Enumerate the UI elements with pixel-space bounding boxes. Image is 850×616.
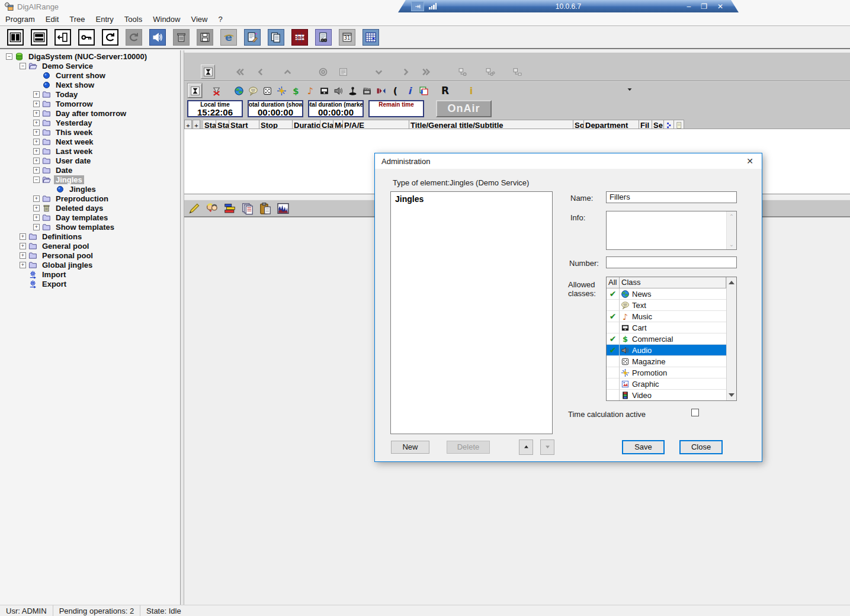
hourglass-button[interactable] xyxy=(201,65,215,79)
dice-button[interactable] xyxy=(260,84,274,98)
tree-item-last-week[interactable]: +Last week xyxy=(0,146,180,156)
tree-item-import[interactable]: Import xyxy=(0,270,180,279)
tree-item-yesterday[interactable]: +Yesterday xyxy=(0,118,180,127)
skip-forward-button[interactable] xyxy=(419,65,433,79)
collapse-icon[interactable]: − xyxy=(33,177,40,183)
tree-item-current-show[interactable]: Current show xyxy=(0,70,180,80)
move-down-button[interactable] xyxy=(540,439,554,455)
class-checkbox-cell[interactable] xyxy=(607,322,620,333)
menu-tree[interactable]: Tree xyxy=(64,14,90,25)
expand-icon[interactable]: + xyxy=(33,129,40,136)
save-button[interactable]: Save xyxy=(622,440,665,454)
table-grid-button[interactable] xyxy=(363,29,379,46)
step-forward-button[interactable] xyxy=(399,65,413,79)
spark-button[interactable] xyxy=(274,84,288,98)
histogram-button[interactable] xyxy=(276,201,290,216)
expand-icon[interactable]: + xyxy=(20,262,26,268)
node-link-1-button[interactable] xyxy=(456,65,470,79)
restore-icon[interactable]: ❐ xyxy=(701,2,707,11)
layers-button[interactable] xyxy=(416,84,431,98)
document-edit-button[interactable] xyxy=(244,29,261,46)
class-row-text[interactable]: Text xyxy=(607,300,726,311)
trash-button[interactable] xyxy=(173,29,190,46)
expand-icon[interactable]: + xyxy=(33,101,40,107)
info-scrollbar[interactable]: ⌃ ⌄ xyxy=(726,211,736,249)
chevron-down-button[interactable] xyxy=(371,65,386,79)
group-listbox[interactable]: Jingles xyxy=(390,191,553,434)
expand-icon[interactable]: + xyxy=(33,139,40,145)
info-blue-button[interactable]: i xyxy=(402,84,416,98)
menu-view[interactable]: View xyxy=(185,14,213,25)
scroll-down-icon[interactable] xyxy=(729,393,734,397)
classes-header-class[interactable]: Class xyxy=(620,277,726,288)
class-name-cell[interactable]: Video xyxy=(620,390,726,401)
dialog-titlebar[interactable]: Administration ✕ xyxy=(375,153,762,169)
class-name-cell[interactable]: ♪Music xyxy=(620,311,726,322)
menu-window[interactable]: Window xyxy=(147,14,185,25)
menu-program[interactable]: Program xyxy=(0,14,40,25)
node-link-2-button[interactable] xyxy=(483,65,497,79)
cart-button[interactable] xyxy=(317,84,331,98)
speaker-button[interactable] xyxy=(331,84,345,98)
class-name-cell[interactable]: Magazine xyxy=(620,356,726,367)
letter-r-button[interactable]: R xyxy=(438,84,452,98)
window-split-vertical-button[interactable] xyxy=(7,29,24,46)
window-split-horizontal-button[interactable] xyxy=(31,29,47,46)
class-row-graphic[interactable]: Graphic xyxy=(607,378,726,390)
chevron-down-icon[interactable] xyxy=(626,85,634,94)
name-field[interactable]: Fillers xyxy=(606,191,737,203)
internet-explorer-button[interactable]: e xyxy=(220,29,237,46)
menu-tools[interactable]: Tools xyxy=(119,14,147,25)
document-duplicate-button[interactable] xyxy=(268,29,284,46)
tree-item-date[interactable]: +Date xyxy=(0,165,180,175)
expand-icon[interactable]: + xyxy=(33,167,40,174)
expand-icon[interactable]: + xyxy=(20,252,26,259)
scroll-up-icon[interactable]: ⌃ xyxy=(727,213,736,220)
speaker-blue-button[interactable] xyxy=(149,29,166,46)
class-checkbox-cell[interactable] xyxy=(607,367,620,378)
exit-door-button[interactable] xyxy=(54,29,71,46)
chevron-up-button[interactable] xyxy=(280,65,294,79)
dbm-database-button[interactable]: DBM xyxy=(291,29,308,46)
expand-icon[interactable]: + xyxy=(33,214,40,221)
expand-icon[interactable]: + xyxy=(33,195,40,202)
tree-item-demo-service[interactable]: −Demo Service xyxy=(0,61,180,70)
close-icon[interactable]: ✕ xyxy=(717,2,723,11)
class-name-cell[interactable]: News xyxy=(620,288,726,300)
info-field[interactable]: ⌃ ⌄ xyxy=(606,211,737,250)
color-bars-button[interactable] xyxy=(223,201,237,216)
close-button[interactable]: Close xyxy=(679,440,723,454)
class-checkbox-cell[interactable] xyxy=(607,356,620,367)
expand-icon[interactable]: + xyxy=(33,205,40,211)
save-disk-button[interactable] xyxy=(197,29,213,46)
class-checkbox-cell[interactable]: ✔ xyxy=(607,311,620,322)
people-button[interactable] xyxy=(205,201,219,216)
menu-[interactable]: ? xyxy=(213,14,227,25)
reload-disabled-button[interactable] xyxy=(126,29,142,46)
menu-edit[interactable]: Edit xyxy=(40,14,64,25)
class-checkbox-cell[interactable]: ✔ xyxy=(607,288,620,300)
copy-stack-button[interactable] xyxy=(240,201,255,216)
tree-item-next-show[interactable]: Next show xyxy=(0,80,180,89)
onair-button[interactable]: OnAir xyxy=(436,100,492,117)
tree-item-preproduction[interactable]: +Preproduction xyxy=(0,194,180,203)
collapse-icon[interactable]: − xyxy=(20,63,26,69)
class-row-commercial[interactable]: ✔$Commercial xyxy=(607,333,726,345)
minimize-icon[interactable]: – xyxy=(687,2,691,11)
class-row-cart[interactable]: Cart xyxy=(607,322,726,333)
class-name-cell[interactable]: Promotion xyxy=(620,367,726,378)
filter-remove-button[interactable] xyxy=(209,84,223,98)
new-button[interactable]: New xyxy=(391,441,429,454)
tree-item-next-week[interactable]: +Next week xyxy=(0,137,180,146)
classes-header-all[interactable]: All xyxy=(607,277,620,288)
tree-item-global-jingles[interactable]: +Global jingles xyxy=(0,260,180,270)
class-name-cell[interactable]: Graphic xyxy=(620,378,726,390)
time-calc-checkbox[interactable] xyxy=(691,409,699,416)
expand-icon[interactable]: + xyxy=(33,110,40,117)
node-link-3-button[interactable] xyxy=(510,65,524,79)
info-gold-button[interactable]: i xyxy=(464,84,478,98)
class-checkbox-cell[interactable] xyxy=(607,300,620,311)
scroll-up-icon[interactable] xyxy=(729,281,734,284)
tree-item-deleted-days[interactable]: +Deleted days xyxy=(0,203,180,213)
show-document-button[interactable] xyxy=(336,65,350,79)
